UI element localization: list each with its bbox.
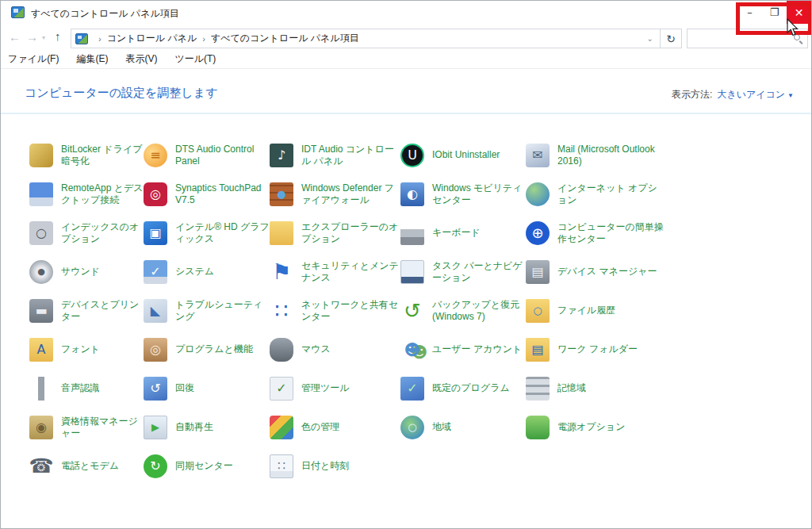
control-panel-item[interactable]: ✓ 管理ツール	[270, 369, 400, 408]
control-panel-item[interactable]: 記憶域	[526, 369, 676, 408]
control-panel-item[interactable]: ✓ システム	[144, 252, 270, 291]
control-panel-item[interactable]: ◣ トラブルシューティング	[144, 291, 270, 330]
control-panel-item[interactable]: ▬ デバイスとプリンター	[29, 291, 144, 330]
menu-tools[interactable]: ツール(T)	[174, 52, 216, 66]
control-panel-item[interactable]: ⊕ コンピューターの簡単操作センター	[526, 213, 676, 252]
recent-pages-chevron-icon[interactable]: ▾	[42, 34, 45, 41]
breadcrumb-segment-control-panel[interactable]: コントロール パネル	[107, 32, 197, 45]
mouse-icon	[270, 338, 293, 362]
control-panel-window: { "window": { "title": "すべてのコントロール パネル項目…	[0, 0, 812, 529]
control-panel-item-label: 電源オプション	[557, 421, 625, 433]
control-panel-item[interactable]: RemoteApp とデスクトップ接続	[29, 174, 144, 213]
menu-bar: ファイル(F) 編集(E) 表示(V) ツール(T)	[1, 50, 811, 69]
ease-of-access-icon: ⊕	[526, 221, 550, 245]
control-panel-item[interactable]: 電源オプション	[526, 408, 676, 447]
security-maintenance-flag-icon: ⚑	[270, 260, 293, 284]
control-panel-item-label: 回復	[175, 382, 194, 394]
control-panel-item-label: 電話とモデム	[61, 460, 119, 472]
control-panel-item-label: バックアップと復元 (Windows 7)	[432, 299, 526, 323]
control-panel-item[interactable]: インターネット オプション	[526, 174, 676, 213]
maximize-button[interactable]: ❐	[762, 1, 787, 24]
control-panel-item[interactable]: ☻ ユーザー アカウント	[400, 330, 526, 369]
control-panel-item-label: RemoteApp とデスクトップ接続	[61, 182, 144, 206]
control-panel-item-label: インテル® HD グラフィックス	[175, 221, 270, 245]
power-options-battery-icon	[526, 416, 550, 439]
control-panel-item[interactable]: ≡ DTS Audio Control Panel	[144, 136, 270, 174]
control-panel-item[interactable]: ◉ 資格情報マネージャー	[29, 408, 144, 447]
control-panel-item-label: Synaptics TouchPad V7.5	[175, 182, 270, 206]
control-panel-item[interactable]: ∷ 日付と時刻	[270, 447, 400, 485]
refresh-button[interactable]: ↻	[661, 29, 682, 48]
back-arrow-icon[interactable]: ←	[9, 30, 21, 44]
control-panel-item[interactable]: ✉ Mail (Microsoft Outlook 2016)	[526, 136, 676, 174]
synaptics-touchpad-icon: ◎	[144, 182, 167, 206]
control-panel-item[interactable]: ▣ インテル® HD グラフィックス	[144, 213, 270, 252]
view-by-caret-icon[interactable]: ▼	[787, 92, 794, 99]
control-panel-item[interactable]: エクスプローラーのオプション	[270, 213, 400, 252]
control-panel-item-label: コンピューターの簡単操作センター	[557, 221, 667, 245]
mobility-center-icon: ◐	[400, 182, 424, 206]
control-panel-item-label: デバイス マネージャー	[557, 266, 657, 278]
control-panel-item[interactable]: ◎ Synaptics TouchPad V7.5	[144, 174, 270, 213]
control-panel-item[interactable]: ◐ Windows モビリティ センター	[400, 174, 526, 213]
control-panel-breadcrumb-icon	[75, 33, 88, 44]
control-panel-item-label: セキュリティとメンテナンス	[301, 260, 400, 284]
control-panel-item[interactable]: ◎ プログラムと機能	[144, 330, 270, 369]
dts-audio-discs-icon: ≡	[144, 144, 167, 167]
control-panel-item[interactable]: ▶ 自動再生	[144, 408, 270, 447]
search-input[interactable]	[687, 29, 808, 48]
menu-edit[interactable]: 編集(E)	[76, 52, 108, 66]
control-panel-item-label: エクスプローラーのオプション	[301, 221, 400, 245]
menu-view[interactable]: 表示(V)	[125, 52, 157, 66]
control-panel-item[interactable]: 色の管理	[270, 408, 400, 447]
address-dropdown-chevron-icon[interactable]: ⌄	[647, 34, 653, 43]
control-panel-item[interactable]: ☎ 電話とモデム	[29, 447, 144, 485]
forward-arrow-icon[interactable]: →	[26, 30, 38, 44]
control-panel-item[interactable]: ⚑ セキュリティとメンテナンス	[270, 252, 400, 291]
control-panel-item-label: 自動再生	[175, 421, 213, 433]
control-panel-item[interactable]: タスク バーとナビゲーション	[400, 252, 526, 291]
control-panel-item[interactable]: マウス	[270, 330, 400, 369]
control-panel-item[interactable]: A フォント	[29, 330, 144, 369]
control-panel-item[interactable]: ↻ 同期センター	[144, 447, 270, 485]
control-panel-item[interactable]: ○ 地域	[400, 408, 526, 447]
control-panel-item[interactable]: キーボード	[400, 213, 526, 252]
control-panel-item-label: Mail (Microsoft Outlook 2016)	[557, 144, 667, 167]
control-panel-item-label: ユーザー アカウント	[432, 343, 522, 355]
control-panel-item[interactable]: ○ ファイル履歴	[526, 291, 676, 330]
page-header: コンピューターの設定を調整します 表示方法:大きいアイコン▼	[1, 70, 811, 114]
fonts-icon: A	[29, 338, 53, 362]
control-panel-item[interactable]: ▤ デバイス マネージャー	[526, 252, 676, 291]
control-panel-item-label: インデックスのオプション	[61, 221, 144, 245]
mail-outlook-icon: ✉	[526, 144, 550, 167]
menu-file[interactable]: ファイル(F)	[8, 52, 59, 66]
control-panel-item[interactable]: ∷ ネットワークと共有センター	[270, 291, 400, 330]
breadcrumb-segment-all-items[interactable]: すべてのコントロール パネル項目	[211, 32, 359, 45]
control-panel-item[interactable]: ○ インデックスのオプション	[29, 213, 144, 252]
control-panel-item-label: ワーク フォルダー	[557, 343, 638, 355]
control-panel-item[interactable]: BitLocker ドライブ暗号化	[29, 136, 144, 174]
control-panel-item[interactable]: ✓ 既定のプログラム	[400, 369, 526, 408]
control-panel-item[interactable]: ↺ 回復	[144, 369, 270, 408]
control-panel-item[interactable]: ↺ バックアップと復元 (Windows 7)	[400, 291, 526, 330]
control-panel-item[interactable]: ♪ IDT Audio コントロール パネル	[270, 136, 400, 174]
breadcrumb[interactable]: › コントロール パネル › すべてのコントロール パネル項目 ⌄	[71, 29, 661, 48]
view-by-value[interactable]: 大きいアイコン	[717, 89, 785, 100]
control-panel-item-label: Windows Defender ファイアウォール	[301, 182, 400, 206]
control-panel-item[interactable]: ▤ ワーク フォルダー	[526, 330, 676, 369]
color-management-icon	[270, 416, 293, 439]
phone-modem-icon: ☎	[29, 454, 53, 478]
control-panel-item[interactable]: ● Windows Defender ファイアウォール	[270, 174, 400, 213]
network-sharing-icon: ∷	[270, 299, 293, 323]
close-button[interactable]: ✕	[787, 1, 811, 24]
recovery-icon: ↺	[144, 377, 167, 401]
control-panel-item[interactable]: U IObit Uninstaller	[400, 136, 526, 174]
programs-features-icon: ◎	[144, 338, 167, 362]
control-panel-item[interactable]: 音声認識	[29, 369, 144, 408]
control-panel-item-label: トラブルシューティング	[175, 299, 270, 323]
control-panel-item-label: 日付と時刻	[301, 460, 349, 472]
control-panel-item[interactable]: ● サウンド	[29, 252, 144, 291]
user-accounts-icon: ☻	[400, 338, 424, 362]
up-arrow-icon[interactable]: ↑	[55, 29, 61, 43]
minimize-button[interactable]: –	[737, 1, 762, 24]
